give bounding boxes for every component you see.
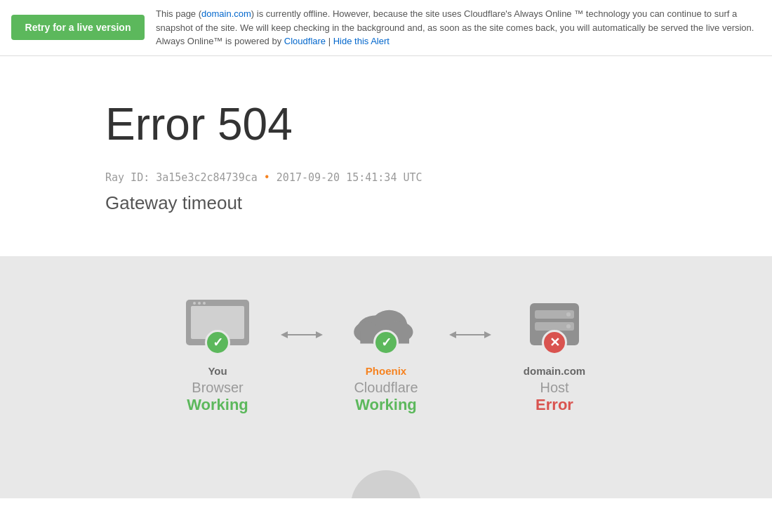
you-status-badge: ✓	[205, 330, 230, 355]
retry-button[interactable]: Retry for a live version	[11, 15, 145, 40]
host-status: Error	[535, 396, 573, 414]
phoenix-label: Cloudflare	[354, 380, 418, 396]
node-host: ✕ domain.com Host Error	[498, 291, 611, 414]
arrow-icon-1	[281, 326, 323, 343]
svg-point-20	[566, 324, 571, 328]
svg-marker-15	[484, 331, 491, 338]
diagram-row: ✓ You Browser Working	[161, 291, 611, 414]
banner-text: This page (domain.com) is currently offl…	[156, 7, 761, 48]
always-online-text: Always Online™ is powered by	[156, 36, 284, 46]
timestamp-text: 2017-09-20 15:41:34 UTC	[277, 171, 422, 184]
arrow-icon-2	[449, 326, 491, 343]
host-status-badge: ✕	[542, 330, 567, 355]
banner-message-before: This page (	[156, 8, 201, 19]
phoenix-icon-wrap: ✓	[347, 291, 425, 358]
you-status: Working	[187, 396, 248, 414]
host-icon-wrap: ✕	[516, 291, 593, 358]
ray-id: Ray ID: 3a15e3c2c84739ca • 2017-09-20 15…	[105, 171, 772, 184]
hide-alert-link[interactable]: Hide this Alert	[333, 36, 390, 46]
phoenix-name: Phoenix	[366, 365, 406, 377]
phoenix-status: Working	[355, 396, 417, 414]
arrow-2	[449, 326, 491, 343]
bottom-peek	[0, 470, 772, 498]
svg-marker-14	[449, 331, 456, 338]
svg-point-4	[203, 302, 206, 305]
arrow-1	[281, 326, 323, 343]
diagram-section: ✓ You Browser Working	[0, 256, 772, 470]
ray-id-text: Ray ID: 3a15e3c2c84739ca	[105, 171, 258, 184]
you-name: You	[208, 365, 227, 377]
separator: |	[326, 36, 333, 46]
main-section: Error 504 Ray ID: 3a15e3c2c84739ca • 201…	[0, 56, 772, 256]
svg-point-2	[193, 302, 196, 305]
svg-point-19	[566, 312, 571, 317]
node-you: ✓ You Browser Working	[161, 291, 274, 414]
cloudflare-link[interactable]: Cloudflare	[284, 36, 326, 46]
svg-marker-6	[281, 331, 288, 338]
bullet-separator: •	[264, 171, 277, 184]
host-label: Host	[540, 380, 568, 396]
you-icon-wrap: ✓	[179, 291, 256, 358]
svg-marker-7	[316, 331, 323, 338]
you-label: Browser	[192, 380, 243, 396]
gateway-subtitle: Gateway timeout	[105, 192, 772, 214]
host-name: domain.com	[524, 365, 585, 377]
phoenix-status-badge: ✓	[373, 330, 399, 355]
domain-link[interactable]: domain.com	[201, 8, 251, 19]
error-title: Error 504	[105, 98, 772, 150]
peek-cloud	[351, 470, 421, 498]
node-phoenix: ✓ Phoenix Cloudflare Working	[330, 291, 442, 414]
top-banner: Retry for a live version This page (doma…	[0, 0, 772, 56]
svg-point-3	[198, 302, 201, 305]
